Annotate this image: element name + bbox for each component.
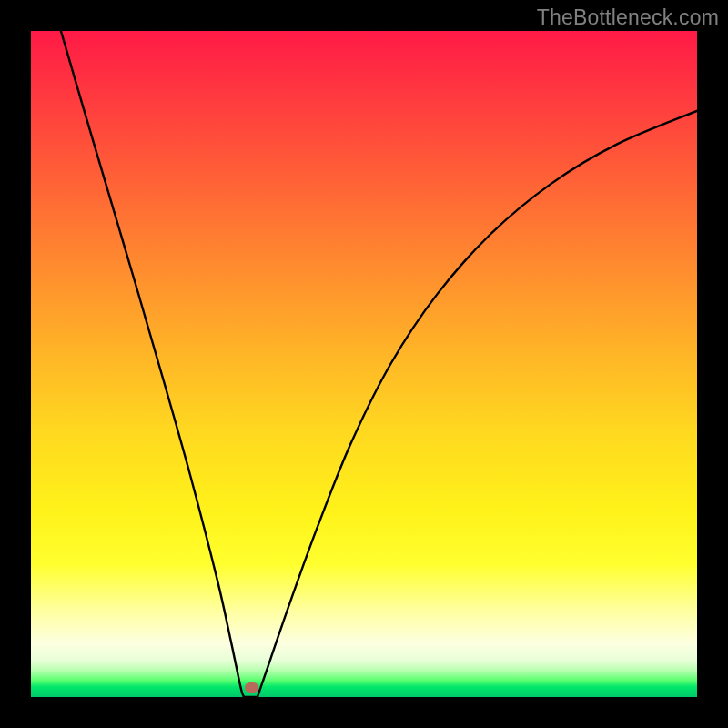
watermark-text: TheBottleneck.com [537, 5, 719, 30]
gradient-plot-area [31, 31, 697, 697]
bottleneck-curve [31, 31, 697, 697]
optimum-marker [245, 682, 258, 693]
chart-frame: TheBottleneck.com [0, 0, 728, 728]
